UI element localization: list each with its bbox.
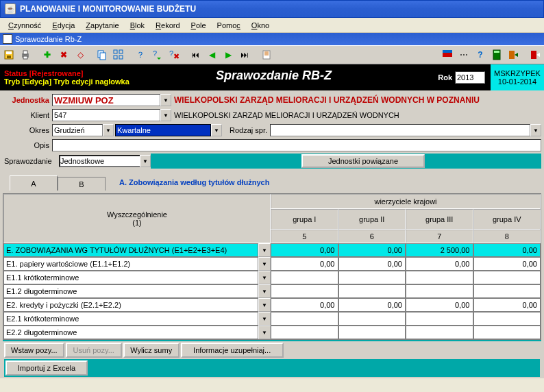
sprawozdanie-input[interactable] [59,155,140,167]
opis-label: Opis [3,141,52,149]
calc-icon[interactable] [489,47,504,62]
rodzaj-dropdown-icon[interactable]: ▼ [530,124,541,136]
row-value-cell[interactable]: 2 500,00 [406,243,473,257]
row-value-cell[interactable]: 0,00 [473,243,541,257]
menu-rekord[interactable]: Rekord [150,20,185,31]
svg-rect-8 [114,50,117,53]
row-value-cell[interactable]: 0,00 [473,257,541,271]
exit-icon[interactable] [506,47,521,62]
row-value-cell[interactable]: 0,00 [406,298,473,312]
menu-okno[interactable]: Okno [246,20,275,31]
print-icon[interactable] [18,47,33,62]
row-value-cell[interactable]: 0,00 [473,298,541,312]
okres-type-input[interactable] [115,124,211,136]
menu-blok[interactable]: Blok [125,20,150,31]
menu-pomoc[interactable]: Pomoc [212,20,246,31]
grid-col-number: 6 [338,230,406,243]
row-dropdown-icon[interactable]: ▼ [258,243,271,257]
last-record-icon[interactable]: ⏭ [237,47,252,62]
row-value-cell[interactable] [338,326,406,339]
row-value-cell[interactable] [406,271,473,284]
row-value-cell[interactable] [338,284,406,298]
close-icon[interactable] [528,47,543,62]
next-record-icon[interactable]: ▶ [221,47,236,62]
klient-input[interactable] [52,109,160,121]
wylicz-button[interactable]: Wylicz sumy [123,343,180,358]
row-value-cell[interactable] [271,312,338,326]
year-input[interactable] [455,71,485,84]
find-icon[interactable]: ？ [133,47,148,62]
first-record-icon[interactable]: ⏮ [188,47,203,62]
tool-a-icon[interactable] [440,47,455,62]
attach-icon[interactable] [259,47,274,62]
wstaw-button[interactable]: Wstaw pozy... [4,343,64,358]
table-row: E1.2 długoterminowe▼ [3,284,541,298]
row-label[interactable]: E2.1 krótkoterminowe [3,312,258,326]
sprawozdanie-dropdown-icon[interactable]: ▼ [140,155,151,167]
current-date: 10-01-2014 [498,77,536,86]
tab-b[interactable]: B [58,177,106,191]
row-label[interactable]: E1.1 krótkoterminowe [3,271,258,284]
row-value-cell[interactable]: 0,00 [271,257,338,271]
okres-type-dropdown-icon[interactable]: ▼ [211,124,222,136]
table-row: E. ZOBOWIĄZANIA WG TYTUŁÓW DŁUŻNYCH (E1+… [3,243,541,257]
row-label[interactable]: E. ZOBOWIĄZANIA WG TYTUŁÓW DŁUŻNYCH (E1+… [3,243,258,257]
row-value-cell[interactable] [271,284,338,298]
row-label[interactable]: E1.2 długoterminowe [3,284,258,298]
row-value-cell[interactable]: 0,00 [406,257,473,271]
import-excel-button[interactable]: Importuj z Excela [5,360,88,376]
row-value-cell[interactable] [473,284,541,298]
row-value-cell[interactable] [338,271,406,284]
row-label[interactable]: E2.2 długoterminowe [3,326,258,339]
row-value-cell[interactable]: 0,00 [271,243,338,257]
opis-input[interactable] [52,139,541,151]
row-dropdown-icon[interactable]: ▼ [258,271,271,284]
tool-b-icon[interactable]: ⋯ [456,47,471,62]
row-dropdown-icon[interactable]: ▼ [258,326,271,339]
okres-input[interactable] [52,124,103,136]
row-value-cell[interactable]: 0,00 [338,243,406,257]
row-value-cell[interactable] [271,271,338,284]
copy-icon[interactable] [95,47,110,62]
row-value-cell[interactable]: 0,00 [338,257,406,271]
jednostka-label: Jednostka [3,96,52,104]
clear-icon[interactable]: ◇ [73,47,88,62]
row-value-cell[interactable] [406,326,473,339]
help-icon[interactable]: ? [473,47,488,62]
row-value-cell[interactable] [473,312,541,326]
prev-record-icon[interactable]: ◀ [204,47,219,62]
row-label[interactable]: E2. kredyty i pożyczki (E2.1+E2.2) [3,298,258,312]
row-value-cell[interactable] [406,284,473,298]
okres-dropdown-icon[interactable]: ▼ [103,124,114,136]
row-value-cell[interactable] [338,312,406,326]
row-value-cell[interactable] [271,326,338,339]
menu-edycja[interactable]: Edycja [47,20,80,31]
row-value-cell[interactable]: 0,00 [271,298,338,312]
delete-icon[interactable]: ✖ [56,47,71,62]
klient-dropdown-icon[interactable]: ▼ [160,109,171,121]
menu-czynnosc[interactable]: CCzynnośćzynność [3,20,47,31]
row-label[interactable]: E1. papiery wartościowe (E1.1+E1.2) [3,257,258,271]
save-icon[interactable] [1,47,16,62]
jednostka-input[interactable] [52,94,160,106]
row-dropdown-icon[interactable]: ▼ [258,257,271,271]
rodzaj-input[interactable] [270,124,530,136]
row-value-cell[interactable] [473,326,541,339]
find-cancel-icon[interactable]: ?✖ [166,47,181,62]
tab-a[interactable]: A [10,175,58,191]
row-value-cell[interactable] [473,271,541,284]
row-dropdown-icon[interactable]: ▼ [258,312,271,326]
add-icon[interactable]: ✚ [40,47,55,62]
row-dropdown-icon[interactable]: ▼ [258,284,271,298]
jednostki-powiazane-button[interactable]: Jednostki powiązane [301,154,425,168]
row-value-cell[interactable]: 0,00 [338,298,406,312]
row-value-cell[interactable] [406,312,473,326]
jednostka-dropdown-icon[interactable]: ▼ [160,94,171,106]
grid-icon[interactable] [111,47,126,62]
uzupelniaj-button[interactable]: Informacje uzupełniaj... [181,343,284,358]
row-dropdown-icon[interactable]: ▼ [258,298,271,312]
menu-zapytanie[interactable]: Zapytanie [80,20,124,31]
find-next-icon[interactable]: ? [149,47,164,62]
usun-button[interactable]: Usuń pozy... [66,343,122,358]
menu-pole[interactable]: Pole [186,20,212,31]
